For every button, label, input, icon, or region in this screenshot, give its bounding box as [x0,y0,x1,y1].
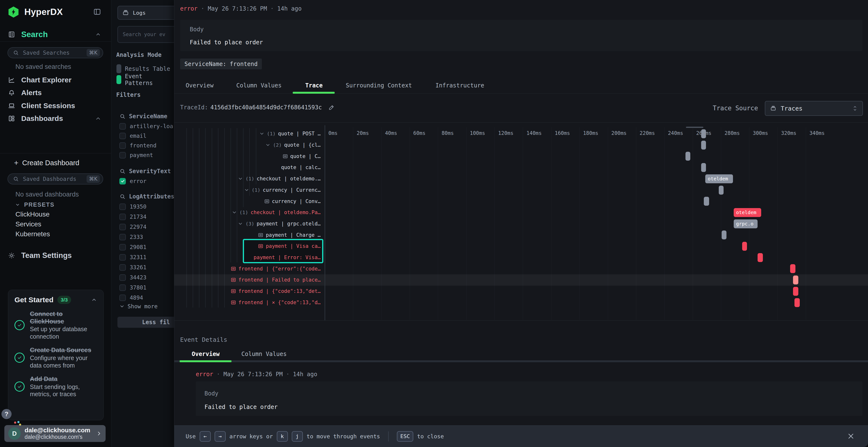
event-details-tab-overview[interactable]: Overview [192,350,220,358]
checkbox[interactable] [119,284,126,291]
sidebar-item-client-sessions[interactable]: Client Sessions [0,99,112,112]
preset-services[interactable]: Services [16,220,41,228]
preset-clickhouse[interactable]: ClickHouse [16,210,50,218]
trace-span-bar[interactable] [793,276,798,284]
sidebar-item-chart-explorer[interactable]: Chart Explorer [0,73,112,86]
filter-option-32311[interactable]: 32311 [119,252,146,262]
trace-span-row[interactable]: frontend | × {"code":13,"d… [174,297,324,308]
trace-span-row[interactable]: (3)payment | grpc.oteld… [174,218,324,230]
search-icon[interactable] [119,194,126,200]
trace-span-bar[interactable]: grpc.o [734,219,757,228]
help-button[interactable]: ? [1,409,11,419]
show-more-toggle[interactable]: Show more [119,302,158,311]
trace-span-bar[interactable] [685,152,690,161]
trace-span-row[interactable]: (1)checkout | oteldemo.… [174,173,324,184]
service-name-chip[interactable]: ServiceName: frontend [180,59,262,69]
checkbox[interactable] [119,244,126,250]
chevron-down-icon[interactable] [238,176,243,181]
trace-span-bar[interactable] [722,231,726,239]
sidebar-item-dashboards[interactable]: Dashboards [0,112,112,125]
chevron-down-icon[interactable] [232,210,237,215]
trace-span-row[interactable]: quote | calc… [174,162,324,173]
chevron-down-icon[interactable] [244,187,249,193]
trace-span-row[interactable]: payment | Charge … [174,229,324,241]
close-icon[interactable] [847,432,855,440]
sidebar-item-alerts[interactable]: Alerts [0,87,112,99]
get-started-item[interactable]: Create Data SourcesConfigure where your … [14,346,97,369]
checkbox[interactable] [119,214,126,220]
saved-searches-field[interactable] [23,49,83,56]
chevron-up-icon[interactable] [95,31,101,38]
trace-span-row[interactable]: frontend | Failed to place… [174,274,324,286]
filter-option-22974[interactable]: 22974 [119,222,146,232]
event-search-input[interactable] [122,31,174,38]
trace-span-row[interactable]: (2)quote | {cl… [174,139,324,151]
trace-span-bar[interactable] [795,298,800,307]
checkbox[interactable] [119,142,126,149]
event-search-box[interactable] [117,26,174,43]
sidebar-collapse-icon[interactable] [93,8,101,16]
trace-span-row[interactable]: (1)currency | Currenc… [174,184,324,196]
checkbox[interactable] [119,295,126,301]
search-icon[interactable] [119,113,126,119]
checkbox[interactable] [119,224,126,230]
checkbox[interactable] [119,264,126,271]
filter-option-19350[interactable]: 19350 [119,202,146,212]
trace-span-row[interactable]: frontend | {"error":{"code… [174,263,324,274]
checkbox[interactable] [119,123,126,130]
create-dashboard-button[interactable]: + Create Dashboard [0,157,112,169]
sidebar-item-team-settings[interactable]: Team Settings [0,249,112,262]
saved-dashboards-input[interactable]: ⌘K [7,173,103,184]
analysis-mode-results-table[interactable]: Results Table [117,63,172,74]
trace-span-bar[interactable] [701,129,706,138]
saved-searches-input[interactable]: ⌘K [7,47,103,58]
edit-icon[interactable] [328,104,335,111]
checkbox[interactable] [119,152,126,159]
analysis-mode-event-patterns[interactable]: Event Patterns [117,74,172,85]
trace-span-bar[interactable] [704,197,709,206]
search-icon[interactable] [119,168,126,174]
trace-span-bar[interactable] [719,186,723,195]
tab-surrounding-context[interactable]: Surrounding Context [346,81,412,90]
tab-infrastructure[interactable]: Infrastructure [435,81,484,90]
filter-option-34423[interactable]: 34423 [119,272,146,282]
checkbox[interactable] [119,204,126,210]
saved-dashboards-field[interactable] [23,176,83,182]
filter-option-29081[interactable]: 29081 [119,242,146,252]
filter-option-error[interactable]: error [119,176,146,186]
filter-option-4894[interactable]: 4894 [119,293,143,303]
filter-option-2333[interactable]: 2333 [119,232,143,242]
checkbox[interactable] [119,274,126,281]
filter-option-33261[interactable]: 33261 [119,262,146,272]
trace-span-bar[interactable] [790,264,796,273]
trace-span-row[interactable]: currency | Conv… [174,196,324,207]
filter-option-email[interactable]: email [119,131,146,141]
trace-span-bar[interactable] [757,253,763,262]
chevron-up-icon[interactable] [91,297,97,303]
get-started-item[interactable]: Connect to ClickHouseSet up your databas… [14,310,97,340]
trace-span-bar[interactable]: oteldem [734,208,761,217]
chevron-down-icon[interactable] [259,131,265,136]
chevron-down-icon[interactable] [238,221,243,227]
chevron-up-icon[interactable] [95,115,101,122]
event-details-tab-column-values[interactable]: Column Values [241,350,287,358]
waterfall-scrollbar[interactable] [686,127,703,128]
waterfall-splitter[interactable] [324,125,325,320]
trace-span-bar[interactable] [793,287,798,296]
trace-source-select[interactable]: Traces [765,101,863,116]
filter-option-37801[interactable]: 37801 [119,282,146,293]
trace-span-row[interactable]: quote | C… [174,150,324,162]
filter-option-artillery-loa[interactable]: artillery-loa [119,122,173,131]
trace-span-bar[interactable]: oteldem [705,174,733,183]
checkbox[interactable] [119,254,126,261]
logo[interactable]: HyperDX [8,6,63,18]
trace-span-row[interactable]: frontend | {"code":13,"det… [174,286,324,297]
trace-span-bar[interactable] [742,242,747,251]
tab-column-values[interactable]: Column Values [236,81,282,90]
trace-span-row[interactable]: (1)checkout | oteldemo.Pa… [174,207,324,218]
trace-span-bar[interactable] [701,141,706,149]
tab-overview[interactable]: Overview [186,81,214,90]
filter-option-21734[interactable]: 21734 [119,212,146,222]
sidebar-item-search[interactable]: Search [0,28,112,41]
trace-span-row[interactable]: payment | Visa ca… [174,241,324,252]
